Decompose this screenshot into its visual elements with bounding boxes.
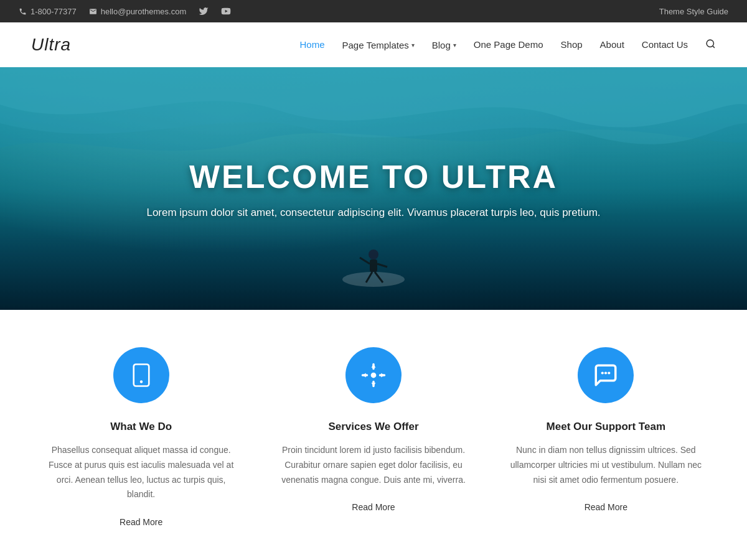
email-item: hello@purothemes.com (89, 7, 186, 16)
email-address: hello@purothemes.com (101, 7, 186, 16)
nav-item-one-page-demo[interactable]: One Page Demo (474, 39, 543, 50)
feature-title-services: Services We Offer (328, 421, 418, 433)
youtube-icon[interactable] (221, 6, 231, 16)
site-header: Ultra Home Page Templates ▾ Blog ▾ One P… (0, 22, 747, 67)
feature-desc-what-we-do: Phasellus consequat aliquet massa id con… (42, 443, 241, 502)
nav-link-shop[interactable]: Shop (561, 39, 583, 50)
nav-item-home[interactable]: Home (299, 39, 324, 50)
features-section: What We Do Phasellus consequat aliquet m… (0, 310, 747, 558)
read-more-support[interactable]: Read More (585, 502, 627, 512)
hero-subtitle: Lorem ipsum dolor sit amet, consectetur … (146, 207, 600, 219)
chevron-down-icon: ▾ (453, 42, 456, 49)
nav-item-shop[interactable]: Shop (561, 39, 583, 50)
nav-item-page-templates[interactable]: Page Templates ▾ (342, 40, 414, 50)
hero-section: WELCOME TO ULTRA Lorem ipsum dolor sit a… (0, 67, 747, 310)
nav-item-contact[interactable]: Contact Us (642, 39, 688, 50)
svg-point-14 (604, 371, 607, 374)
search-icon (705, 39, 716, 49)
main-nav: Home Page Templates ▾ Blog ▾ One Page De… (299, 39, 716, 52)
search-button[interactable] (705, 39, 716, 52)
top-bar-left: 1-800-77377 hello@purothemes.com (19, 6, 231, 16)
read-more-services[interactable]: Read More (352, 502, 395, 512)
nav-link-home[interactable]: Home (299, 39, 324, 50)
top-bar: 1-800-77377 hello@purothemes.com Theme S… (0, 0, 747, 22)
svg-point-11 (140, 381, 143, 383)
phone-icon (19, 7, 27, 16)
feature-desc-support: Nunc in diam non tellus dignissim ultric… (506, 443, 705, 487)
hero-content: WELCOME TO ULTRA Lorem ipsum dolor sit a… (146, 158, 600, 219)
nav-item-search[interactable] (705, 39, 716, 52)
svg-line-1 (713, 45, 715, 47)
svg-point-15 (608, 371, 610, 374)
feature-card-services: Services We Offer Proin tincidunt lorem … (274, 347, 473, 527)
svg-point-3 (369, 250, 378, 259)
feature-card-support: Meet Our Support Team Nunc in diam non t… (506, 347, 705, 527)
nav-link-blog[interactable]: Blog ▾ (432, 40, 456, 50)
svg-line-5 (360, 258, 370, 264)
svg-point-2 (342, 272, 405, 287)
svg-point-13 (601, 371, 604, 374)
feature-title-what-we-do: What We Do (110, 421, 172, 433)
read-more-what-we-do[interactable]: Read More (120, 517, 162, 527)
feature-icon-tablet (113, 347, 169, 403)
phone-number: 1-800-77377 (31, 7, 77, 16)
theme-style-guide[interactable]: Theme Style Guide (659, 7, 728, 16)
svg-rect-4 (370, 259, 377, 272)
feature-desc-services: Proin tincidunt lorem id justo facilisis… (274, 443, 473, 487)
feature-card-what-we-do: What We Do Phasellus consequat aliquet m… (42, 347, 241, 527)
phone-item: 1-800-77377 (19, 7, 77, 16)
hero-surfer-area (336, 220, 411, 297)
twitter-icon[interactable] (199, 6, 209, 16)
chevron-down-icon: ▾ (411, 42, 415, 49)
nav-link-contact[interactable]: Contact Us (642, 39, 688, 50)
nav-link-one-page-demo[interactable]: One Page Demo (474, 39, 543, 50)
nav-link-page-templates[interactable]: Page Templates ▾ (342, 40, 414, 50)
svg-point-12 (371, 373, 377, 378)
feature-icon-chat (578, 347, 634, 403)
svg-point-0 (707, 40, 713, 47)
hero-title: WELCOME TO ULTRA (146, 158, 600, 195)
nav-link-about[interactable]: About (600, 39, 624, 50)
svg-line-6 (377, 264, 387, 267)
email-icon (89, 7, 97, 16)
feature-icon-move (345, 347, 402, 403)
feature-title-support: Meet Our Support Team (547, 421, 665, 433)
nav-item-blog[interactable]: Blog ▾ (432, 40, 456, 50)
site-logo[interactable]: Ultra (31, 35, 71, 55)
nav-item-about[interactable]: About (600, 39, 624, 50)
